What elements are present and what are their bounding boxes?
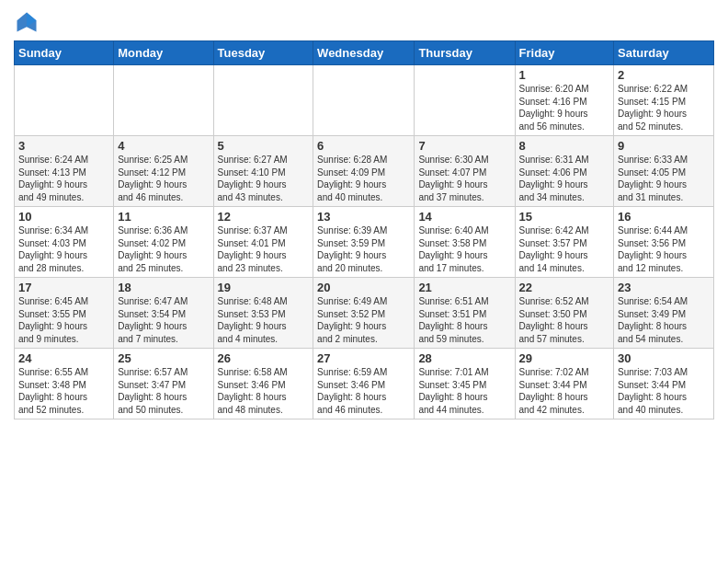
column-header-sunday: Sunday (15, 41, 114, 65)
day-number: 16 (618, 210, 710, 224)
calendar-cell (114, 65, 213, 136)
page-container: SundayMondayTuesdayWednesdayThursdayFrid… (0, 0, 728, 429)
day-info: Sunrise: 6:42 AM Sunset: 3:57 PM Dayligh… (519, 224, 610, 274)
day-info: Sunrise: 7:02 AM Sunset: 3:44 PM Dayligh… (519, 366, 610, 416)
calendar-cell: 16Sunrise: 6:44 AM Sunset: 3:56 PM Dayli… (614, 207, 714, 278)
column-header-wednesday: Wednesday (313, 41, 415, 65)
calendar-cell (15, 65, 114, 136)
calendar-week-3: 10Sunrise: 6:34 AM Sunset: 4:03 PM Dayli… (15, 207, 714, 278)
calendar-cell: 14Sunrise: 6:40 AM Sunset: 3:58 PM Dayli… (415, 207, 515, 278)
day-number: 8 (519, 139, 610, 153)
calendar-cell: 1Sunrise: 6:20 AM Sunset: 4:16 PM Daylig… (515, 65, 614, 136)
day-number: 19 (218, 281, 310, 294)
calendar-cell: 10Sunrise: 6:34 AM Sunset: 4:03 PM Dayli… (15, 207, 114, 278)
calendar-cell: 20Sunrise: 6:49 AM Sunset: 3:52 PM Dayli… (313, 278, 415, 349)
day-number: 10 (18, 210, 109, 224)
day-info: Sunrise: 6:58 AM Sunset: 3:46 PM Dayligh… (218, 366, 310, 416)
day-info: Sunrise: 7:03 AM Sunset: 3:44 PM Dayligh… (618, 366, 710, 416)
day-info: Sunrise: 6:40 AM Sunset: 3:58 PM Dayligh… (418, 224, 510, 274)
day-number: 15 (519, 210, 610, 224)
day-number: 27 (317, 351, 410, 365)
calendar-cell: 27Sunrise: 6:59 AM Sunset: 3:46 PM Dayli… (313, 349, 415, 419)
column-header-monday: Monday (114, 41, 213, 65)
calendar-cell: 25Sunrise: 6:57 AM Sunset: 3:47 PM Dayli… (114, 349, 213, 419)
calendar-week-1: 1Sunrise: 6:20 AM Sunset: 4:16 PM Daylig… (15, 65, 714, 136)
day-info: Sunrise: 6:51 AM Sunset: 3:51 PM Dayligh… (418, 295, 510, 345)
day-info: Sunrise: 6:48 AM Sunset: 3:53 PM Dayligh… (218, 295, 310, 345)
calendar-table: SundayMondayTuesdayWednesdayThursdayFrid… (14, 40, 714, 419)
column-header-thursday: Thursday (415, 41, 515, 65)
day-info: Sunrise: 6:52 AM Sunset: 3:50 PM Dayligh… (519, 295, 610, 345)
calendar-week-4: 17Sunrise: 6:45 AM Sunset: 3:55 PM Dayli… (15, 278, 714, 349)
day-number: 12 (218, 210, 310, 224)
day-info: Sunrise: 6:45 AM Sunset: 3:55 PM Dayligh… (18, 295, 109, 345)
calendar-cell: 21Sunrise: 6:51 AM Sunset: 3:51 PM Dayli… (415, 278, 515, 349)
day-info: Sunrise: 6:31 AM Sunset: 4:06 PM Dayligh… (519, 154, 610, 203)
day-number: 22 (519, 281, 610, 294)
logo (14, 9, 43, 35)
calendar-cell (213, 65, 313, 136)
calendar-cell (415, 65, 515, 136)
day-number: 9 (618, 139, 710, 153)
calendar-cell: 22Sunrise: 6:52 AM Sunset: 3:50 PM Dayli… (515, 278, 614, 349)
calendar-header: SundayMondayTuesdayWednesdayThursdayFrid… (15, 41, 714, 65)
day-number: 28 (418, 351, 510, 365)
calendar-cell: 13Sunrise: 6:39 AM Sunset: 3:59 PM Dayli… (313, 207, 415, 278)
day-info: Sunrise: 6:47 AM Sunset: 3:54 PM Dayligh… (118, 295, 209, 345)
column-header-tuesday: Tuesday (213, 41, 313, 65)
day-number: 18 (118, 281, 209, 294)
day-number: 4 (118, 139, 209, 153)
day-number: 6 (317, 139, 410, 153)
calendar-cell: 2Sunrise: 6:22 AM Sunset: 4:15 PM Daylig… (614, 65, 714, 136)
day-info: Sunrise: 6:33 AM Sunset: 4:05 PM Dayligh… (618, 154, 710, 203)
header (14, 9, 714, 35)
calendar-cell: 3Sunrise: 6:24 AM Sunset: 4:13 PM Daylig… (15, 136, 114, 207)
day-info: Sunrise: 6:44 AM Sunset: 3:56 PM Dayligh… (618, 224, 710, 274)
calendar-cell: 23Sunrise: 6:54 AM Sunset: 3:49 PM Dayli… (614, 278, 714, 349)
day-number: 1 (519, 68, 610, 82)
day-number: 5 (218, 139, 310, 153)
day-number: 24 (18, 351, 109, 365)
day-number: 3 (18, 139, 109, 153)
day-number: 26 (218, 351, 310, 365)
day-info: Sunrise: 6:20 AM Sunset: 4:16 PM Dayligh… (519, 83, 610, 132)
day-info: Sunrise: 6:34 AM Sunset: 4:03 PM Dayligh… (18, 224, 109, 274)
calendar-week-2: 3Sunrise: 6:24 AM Sunset: 4:13 PM Daylig… (15, 136, 714, 207)
day-number: 30 (618, 351, 710, 365)
column-header-saturday: Saturday (614, 41, 714, 65)
day-number: 23 (618, 281, 710, 294)
day-number: 14 (418, 210, 510, 224)
calendar-cell: 29Sunrise: 7:02 AM Sunset: 3:44 PM Dayli… (515, 349, 614, 419)
day-info: Sunrise: 6:37 AM Sunset: 4:01 PM Dayligh… (218, 224, 310, 274)
calendar-cell: 17Sunrise: 6:45 AM Sunset: 3:55 PM Dayli… (15, 278, 114, 349)
calendar-cell: 6Sunrise: 6:28 AM Sunset: 4:09 PM Daylig… (313, 136, 415, 207)
day-number: 11 (118, 210, 209, 224)
day-info: Sunrise: 6:28 AM Sunset: 4:09 PM Dayligh… (317, 154, 410, 203)
calendar-cell: 15Sunrise: 6:42 AM Sunset: 3:57 PM Dayli… (515, 207, 614, 278)
header-row: SundayMondayTuesdayWednesdayThursdayFrid… (15, 41, 714, 65)
calendar-cell: 26Sunrise: 6:58 AM Sunset: 3:46 PM Dayli… (213, 349, 313, 419)
day-number: 17 (18, 281, 109, 294)
calendar-cell: 18Sunrise: 6:47 AM Sunset: 3:54 PM Dayli… (114, 278, 213, 349)
day-info: Sunrise: 6:24 AM Sunset: 4:13 PM Dayligh… (18, 154, 109, 203)
calendar-cell: 19Sunrise: 6:48 AM Sunset: 3:53 PM Dayli… (213, 278, 313, 349)
calendar-body: 1Sunrise: 6:20 AM Sunset: 4:16 PM Daylig… (15, 65, 714, 419)
day-number: 7 (418, 139, 510, 153)
day-info: Sunrise: 6:59 AM Sunset: 3:46 PM Dayligh… (317, 366, 410, 416)
day-info: Sunrise: 6:57 AM Sunset: 3:47 PM Dayligh… (118, 366, 209, 416)
day-info: Sunrise: 6:22 AM Sunset: 4:15 PM Dayligh… (618, 83, 710, 132)
calendar-cell: 5Sunrise: 6:27 AM Sunset: 4:10 PM Daylig… (213, 136, 313, 207)
calendar-cell: 4Sunrise: 6:25 AM Sunset: 4:12 PM Daylig… (114, 136, 213, 207)
calendar-cell: 9Sunrise: 6:33 AM Sunset: 4:05 PM Daylig… (614, 136, 714, 207)
column-header-friday: Friday (515, 41, 614, 65)
day-number: 21 (418, 281, 510, 294)
day-info: Sunrise: 7:01 AM Sunset: 3:45 PM Dayligh… (418, 366, 510, 416)
calendar-cell: 12Sunrise: 6:37 AM Sunset: 4:01 PM Dayli… (213, 207, 313, 278)
calendar-cell: 24Sunrise: 6:55 AM Sunset: 3:48 PM Dayli… (15, 349, 114, 419)
day-info: Sunrise: 6:49 AM Sunset: 3:52 PM Dayligh… (317, 295, 410, 345)
day-number: 20 (317, 281, 410, 294)
calendar-week-5: 24Sunrise: 6:55 AM Sunset: 3:48 PM Dayli… (15, 349, 714, 419)
day-info: Sunrise: 6:27 AM Sunset: 4:10 PM Dayligh… (218, 154, 310, 203)
day-info: Sunrise: 6:55 AM Sunset: 3:48 PM Dayligh… (18, 366, 109, 416)
calendar-cell (313, 65, 415, 136)
